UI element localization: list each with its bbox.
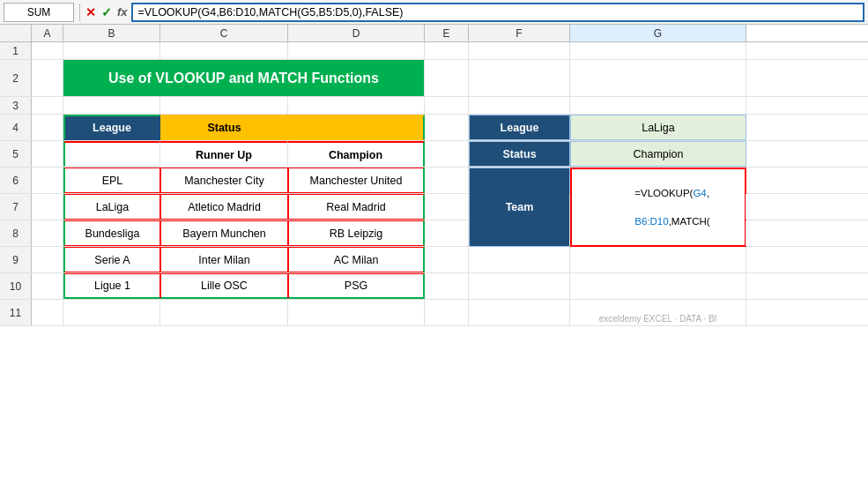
cell-d3[interactable] bbox=[288, 97, 425, 114]
cell-b1[interactable] bbox=[63, 42, 160, 59]
cell-e6[interactable] bbox=[425, 168, 469, 193]
cell-e2[interactable] bbox=[425, 60, 469, 96]
cell-right-league-label[interactable]: League bbox=[469, 115, 570, 140]
cell-a10[interactable] bbox=[32, 273, 63, 299]
cell-f9[interactable] bbox=[469, 247, 570, 272]
cell-g7[interactable] bbox=[570, 194, 746, 220]
cell-e9[interactable] bbox=[425, 247, 469, 272]
cell-right-status-label[interactable]: Status bbox=[469, 141, 570, 167]
cell-g1[interactable] bbox=[570, 42, 746, 59]
cell-right-league-value[interactable]: LaLiga bbox=[570, 115, 746, 140]
row-2: 2 Use of VLOOKUP and MATCH Functions bbox=[0, 60, 868, 97]
cell-a2[interactable] bbox=[32, 60, 63, 96]
cell-a5[interactable] bbox=[32, 141, 63, 167]
row-header-7[interactable]: 7 bbox=[0, 194, 32, 220]
cell-b10[interactable]: Ligue 1 bbox=[63, 273, 160, 299]
name-box[interactable]: SUM bbox=[4, 3, 74, 22]
row-header-3[interactable]: 3 bbox=[0, 97, 32, 114]
cell-status-header-d[interactable] bbox=[288, 115, 425, 140]
row-header-1[interactable]: 1 bbox=[0, 42, 32, 59]
cell-a4[interactable] bbox=[32, 115, 63, 140]
cell-b3[interactable] bbox=[63, 97, 160, 114]
cell-a9[interactable] bbox=[32, 247, 63, 272]
cell-b7[interactable]: LaLiga bbox=[63, 194, 160, 220]
cell-e11[interactable] bbox=[425, 300, 469, 325]
cell-a1[interactable] bbox=[32, 42, 63, 59]
col-header-f[interactable]: F bbox=[469, 25, 570, 41]
cell-b9[interactable]: Serie A bbox=[63, 247, 160, 272]
cell-g9[interactable] bbox=[570, 247, 746, 272]
spreadsheet: A B C D E F G 1 2 Use of VLOOKUP and MAT… bbox=[0, 25, 868, 477]
cell-c8[interactable]: Bayern Munchen bbox=[160, 220, 288, 246]
cell-d1[interactable] bbox=[288, 42, 425, 59]
cell-d9[interactable]: AC Milan bbox=[288, 247, 425, 272]
formula-bar-icons: ✕ ✓ fx bbox=[85, 5, 128, 19]
cell-c10[interactable]: Lille OSC bbox=[160, 273, 288, 299]
row-header-8[interactable]: 8 bbox=[0, 220, 32, 246]
cell-e1[interactable] bbox=[425, 42, 469, 59]
separator bbox=[79, 4, 80, 21]
cell-c9[interactable]: Inter Milan bbox=[160, 247, 288, 272]
formula-input[interactable] bbox=[131, 3, 864, 22]
cell-e10[interactable] bbox=[425, 273, 469, 299]
col-header-b[interactable]: B bbox=[63, 25, 160, 41]
cell-d10[interactable]: PSG bbox=[288, 273, 425, 299]
cell-champion[interactable]: Champion bbox=[288, 141, 425, 167]
cell-c11[interactable] bbox=[160, 300, 288, 325]
cell-b5-empty[interactable] bbox=[63, 141, 160, 167]
cell-title[interactable]: Use of VLOOKUP and MATCH Functions bbox=[63, 60, 425, 96]
col-header-e[interactable]: E bbox=[425, 25, 469, 41]
col-header-a[interactable]: A bbox=[32, 25, 63, 41]
cell-g3[interactable] bbox=[570, 97, 746, 114]
cell-league-header[interactable]: League bbox=[63, 115, 160, 140]
cell-f7[interactable] bbox=[469, 194, 570, 220]
cell-c6[interactable]: Manchester City bbox=[160, 168, 288, 193]
cell-c7[interactable]: Atletico Madrid bbox=[160, 194, 288, 220]
col-header-d[interactable]: D bbox=[288, 25, 425, 41]
cell-g10[interactable] bbox=[570, 273, 746, 299]
cell-g8[interactable] bbox=[570, 220, 746, 246]
cell-f2[interactable] bbox=[469, 60, 570, 96]
cell-e8[interactable] bbox=[425, 220, 469, 246]
row-header-6[interactable]: 6 bbox=[0, 168, 32, 193]
cell-runner-up[interactable]: Runner Up bbox=[160, 141, 288, 167]
cell-a6[interactable] bbox=[32, 168, 63, 193]
cancel-icon[interactable]: ✕ bbox=[85, 5, 96, 19]
cell-g2[interactable] bbox=[570, 60, 746, 96]
row-header-11[interactable]: 11 bbox=[0, 300, 32, 325]
cell-a7[interactable] bbox=[32, 194, 63, 220]
confirm-icon[interactable]: ✓ bbox=[101, 5, 112, 19]
cell-f3[interactable] bbox=[469, 97, 570, 114]
cell-d6[interactable]: Manchester United bbox=[288, 168, 425, 193]
cell-a3[interactable] bbox=[32, 97, 63, 114]
row-header-10[interactable]: 10 bbox=[0, 273, 32, 299]
cell-d11[interactable] bbox=[288, 300, 425, 325]
cell-c1[interactable] bbox=[160, 42, 288, 59]
row-header-2[interactable]: 2 bbox=[0, 60, 32, 96]
cell-right-status-value[interactable]: Champion bbox=[570, 141, 746, 167]
col-header-c[interactable]: C bbox=[160, 25, 288, 41]
row-header-9[interactable]: 9 bbox=[0, 247, 32, 272]
cell-f8[interactable] bbox=[469, 220, 570, 246]
cell-e3[interactable] bbox=[425, 97, 469, 114]
cell-a11[interactable] bbox=[32, 300, 63, 325]
col-header-g[interactable]: G bbox=[570, 25, 746, 41]
cell-d8[interactable]: RB Leipzig bbox=[288, 220, 425, 246]
cell-e7[interactable] bbox=[425, 194, 469, 220]
fx-icon[interactable]: fx bbox=[117, 5, 128, 19]
cell-d7[interactable]: Real Madrid bbox=[288, 194, 425, 220]
cell-f10[interactable] bbox=[469, 273, 570, 299]
row-header-4[interactable]: 4 bbox=[0, 115, 32, 140]
cell-g11[interactable]: exceldemy EXCEL · DATA · BI bbox=[570, 300, 746, 325]
cell-e4[interactable] bbox=[425, 115, 469, 140]
cell-f11[interactable] bbox=[469, 300, 570, 325]
cell-b6[interactable]: EPL bbox=[63, 168, 160, 193]
cell-e5[interactable] bbox=[425, 141, 469, 167]
cell-b11[interactable] bbox=[63, 300, 160, 325]
cell-f1[interactable] bbox=[469, 42, 570, 59]
cell-a8[interactable] bbox=[32, 220, 63, 246]
cell-b8[interactable]: Bundesliga bbox=[63, 220, 160, 246]
cell-status-header[interactable]: Status bbox=[160, 115, 288, 140]
cell-c3[interactable] bbox=[160, 97, 288, 114]
row-header-5[interactable]: 5 bbox=[0, 141, 32, 167]
